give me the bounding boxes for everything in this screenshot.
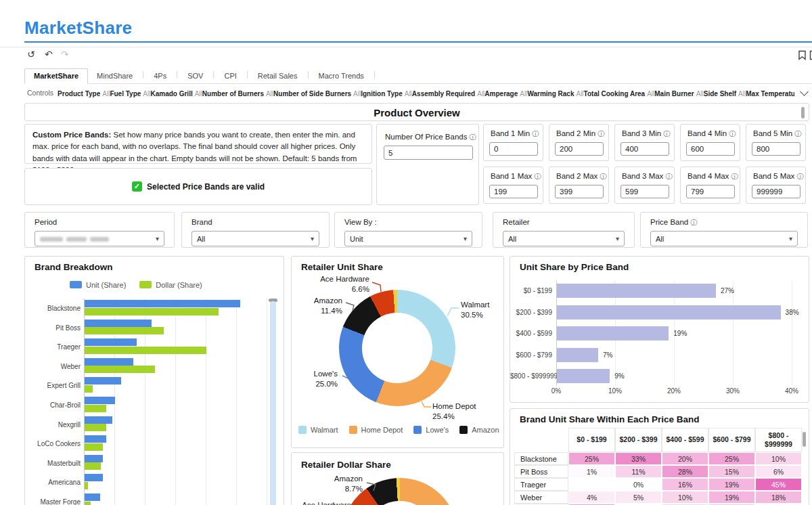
control-product-type[interactable]: Product TypeAll [58,87,110,99]
reset-icon[interactable]: ↺ [27,49,35,60]
chevron-down-icon: ▾ [464,235,467,242]
vertical-scrollbar-thumb[interactable] [801,107,805,118]
control-ignition-type[interactable]: Ignition TypeAll [361,87,412,99]
legend-item-walmart[interactable]: Walmart [298,426,338,434]
band-5-max-input[interactable] [752,185,800,198]
info-icon[interactable]: ⓘ [597,129,604,139]
heatmap-cell[interactable] [568,478,615,491]
band-1-max-input[interactable] [489,185,538,198]
info-icon[interactable]: ⓘ [729,129,736,139]
chart-scrollbar[interactable] [270,301,276,505]
info-icon[interactable]: ⓘ [663,129,670,139]
heatmap-cell[interactable]: 28% [662,465,708,478]
info-icon[interactable]: ⓘ [731,172,738,181]
band-3-min-input[interactable] [621,142,669,156]
heatmap-cell[interactable]: 25% [708,452,755,465]
controls-expand-chevron-icon[interactable] [800,87,809,96]
legend-item-unit-share[interactable]: Unit (Share) [70,281,126,289]
price-band-bar [557,326,669,341]
heatmap-cell[interactable]: 10% [755,452,802,465]
bar-value-label: 7% [603,351,612,359]
tab-separator [247,71,248,79]
band-4-min-input[interactable] [686,142,735,156]
heatmap-corner-cell [514,428,568,452]
dollar-share-bar [85,502,91,505]
tab-marketshare[interactable]: MarketShare [24,68,88,84]
band-input-label: Band 4 Maxⓘ [687,172,738,181]
view-by-filter-select[interactable]: Unit▾ [344,231,472,246]
heatmap-cell[interactable]: 33% [615,452,662,465]
info-icon[interactable]: ⓘ [532,129,539,139]
info-icon[interactable]: ⓘ [665,172,672,181]
legend-item-lowe-s[interactable]: Lowe's [413,426,449,434]
unit-share-bar [85,455,103,462]
legend-item-dollar-share[interactable]: Dollar (Share) [139,281,202,289]
legend-item-home-depot[interactable]: Home Depot [349,426,403,434]
control-main-burner[interactable]: Main BurnerAll [654,87,703,99]
tab-macro-trends[interactable]: Macro Trends [310,69,373,83]
info-icon[interactable]: ⓘ [600,172,606,181]
info-icon[interactable]: ⓘ [690,218,697,227]
brand-filter-select[interactable]: All▾ [191,231,319,246]
band-4-max-input[interactable] [686,185,735,198]
period-filter-select[interactable]: ▾ [35,231,164,246]
heatmap-cell[interactable]: 5% [615,491,662,504]
heatmap-cell[interactable]: 20% [662,452,708,465]
heatmap-cell[interactable]: 6% [755,465,802,478]
heatmap-cell[interactable]: 1% [568,465,615,478]
retailer-filter-select[interactable]: All▾ [503,231,625,246]
heatmap-cell[interactable]: 10% [662,491,708,504]
heatmap-cell[interactable]: 16% [662,478,708,491]
band-5-min-input[interactable] [752,142,800,156]
retailer-unit-share-card: Retailer Unit Share Walmart30.5%Home Dep… [291,256,504,448]
band-2-min-input[interactable] [555,142,604,156]
tab-cpi[interactable]: CPI [215,69,245,83]
control-amperage[interactable]: AmperageAll [484,87,527,99]
control-number-of-side-burners[interactable]: Number of Side BurnersAll [273,87,361,99]
legend-item-amazon[interactable]: Amazon [459,426,499,434]
redo-icon[interactable]: ↷ [61,49,69,60]
number-of-price-bands-input[interactable] [384,146,473,160]
retailer-unit-share-donut[interactable] [339,290,455,406]
band-3-max-input[interactable] [621,185,669,198]
heatmap-cell[interactable]: 0% [615,478,662,491]
panel-icon[interactable] [809,50,812,60]
info-icon[interactable]: ⓘ [469,133,476,142]
tab-mindshare[interactable]: MindShare [88,69,141,83]
heatmap-cell[interactable]: 15% [708,465,755,478]
undo-icon[interactable]: ↶ [45,49,53,60]
control-total-cooking-area[interactable]: Total Cooking AreaAll [584,87,655,99]
tab-sov[interactable]: SOV [179,69,212,83]
info-icon[interactable]: ⓘ [794,129,801,139]
info-icon[interactable]: ⓘ [796,172,803,181]
control-assembly-required[interactable]: Assembly RequiredAll [412,87,485,99]
info-icon[interactable]: ⓘ [534,172,541,181]
tab-4ps[interactable]: 4Ps [145,69,175,83]
heatmap-header-row: $0 - $199$200 - $399$400 - $599$600 - $7… [514,428,802,452]
unit-share-bar [85,397,115,404]
control-side-shelf[interactable]: Side ShelfAll [704,87,746,99]
bookmark-icon[interactable] [798,50,807,60]
band-1-min-input[interactable] [489,142,538,156]
band-2-max-input[interactable] [555,185,604,198]
heatmap-row-label: Pit Boss [514,465,568,478]
control-fuel-type[interactable]: Fuel TypeAll [110,87,150,99]
chevron-down-icon: ▾ [156,235,159,242]
control-warming-rack[interactable]: Warming RackAll [527,87,583,99]
control-kamado-grill[interactable]: Kamado GrillAll [150,87,202,99]
price-band-filter-select[interactable]: All▾ [650,231,798,246]
heatmap-cell[interactable]: 11% [615,465,662,478]
heatmap-cell[interactable]: 19% [708,478,755,491]
tab-retail-sales[interactable]: Retail Sales [249,69,307,83]
heatmap-cell[interactable]: 4% [568,491,615,504]
heatmap-column-header: $800 - $999999 [755,428,802,452]
heatmap-cell[interactable]: 25% [568,452,615,465]
tab-separator [213,71,214,79]
control-max-temperature[interactable]: Max TemperatureAll [746,87,794,99]
control-number-of-burners[interactable]: Number of BurnersAll [202,87,273,99]
heatmap-cell[interactable]: 18% [755,491,802,504]
heatmap-cell[interactable]: 19% [708,491,755,504]
heatmap-cell[interactable]: 45% [755,478,802,491]
price-band-label: $400 - $599 [510,330,552,337]
table-scrollbar-thumb[interactable] [803,432,806,447]
